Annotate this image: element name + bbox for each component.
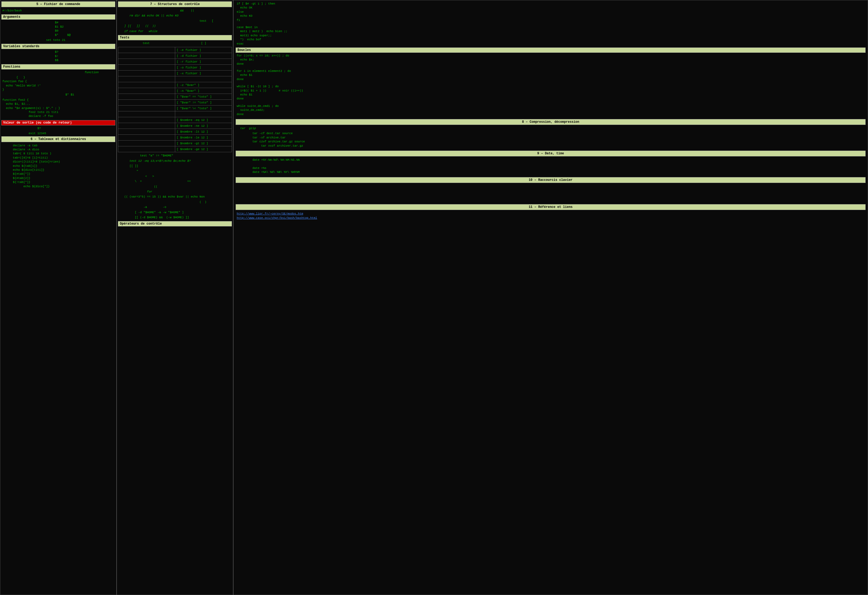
tableaux-header: 6 – Tableaux et dictionnaires (1, 136, 115, 142)
paren-space: ( ) (118, 200, 232, 205)
table-row: [ $nombre -lt 12 ] (118, 129, 232, 135)
if-case-for: if case for while (118, 29, 232, 34)
tests-table: [ -e fichier ] [ -d fichier ] [ -r fichi… (118, 47, 232, 152)
operateurs-header: Opérateurs de contrôle (118, 221, 232, 226)
table-row: [ $nombre -eq 12 ] (118, 117, 232, 123)
table-row: [ $nombre -le 12 ] (118, 135, 232, 141)
quote-text: " (118, 169, 232, 174)
if-code: if [ $# -gt 1 ] ; then echo OK else echo… (236, 1, 866, 23)
date-header: 9 – Date, time (236, 151, 866, 157)
table-row: [ -z "$var" ] (118, 82, 232, 88)
minus-ao: -a -o (118, 205, 232, 210)
rm-dir: rm dir && echo OK || echo KO (118, 13, 232, 18)
dbl-parens: (( (118, 184, 232, 189)
backslash-eq: \ = == (118, 179, 232, 184)
table-row: [ "$var" != "toto" ] (118, 100, 232, 105)
link2[interactable]: http://www.case.oci/chpr/bsi/bash/bashto… (237, 216, 865, 219)
function-keyword: function (1, 70, 115, 75)
links-block: http://www.lipr.fr/~cerny/SE/modos.htm h… (236, 211, 866, 221)
test-after: test "a" != "$HOME" (118, 153, 232, 158)
table-row: [ -r fichier ] (118, 59, 232, 65)
table-row: [ "$var" == "toto" ] (118, 94, 232, 100)
bracket-label: [ ] (176, 41, 232, 46)
valeur-code: $? (1, 126, 115, 131)
valeur-header: Valeur de sortie (ou code de retour) (1, 120, 115, 126)
raccourcis-header: 10 – Raccourcis clavier (236, 177, 866, 183)
dollar-star: $* $1 (1, 92, 115, 97)
col2-header: 7 – Structures de contrôle (118, 1, 232, 7)
boucles-header: Boucles (236, 47, 866, 53)
function-code: { } function foo { echo 'Hello World !' … (1, 75, 115, 93)
table-row (118, 111, 232, 117)
tableaux-code: declare -a tab declare -A dico tab=( 8 t… (1, 143, 115, 189)
case-code: case $mot in mot1 | mot2 ) echo bien ;; … (236, 25, 866, 46)
shebang: #!/bin/bash (1, 8, 115, 13)
and-or: && || (118, 8, 232, 13)
table-row: [ $nombre -ge 12 ] (118, 147, 232, 152)
args-code: $# $1 $2 $0 $* $@ (1, 20, 115, 38)
tar-gzip: tar gzip (236, 126, 866, 131)
table-row: [ -o fichier ] (118, 65, 232, 71)
column-3: if [ $# -gt 1 ] ; then echo OK else echo… (233, 0, 868, 595)
file-test: [ -d "$HOME" -a -w "$HOME" ] (118, 210, 232, 215)
set-toto: set toto 21 (1, 38, 115, 43)
link1[interactable]: http://www.lipr.fr/~cerny/SE/modos.htm (237, 212, 865, 215)
for-text: for (118, 189, 232, 194)
column-2: 7 – Structures de contrôle && || rm dir … (117, 0, 233, 595)
reference-header: 11 – Référence et liens (236, 204, 866, 210)
while2-code: while suite_de_cmd1 ; do suite_de_cmd2; … (236, 104, 866, 117)
test-label: test (118, 41, 174, 46)
brackets: ] [{ ]] (( )) (118, 24, 232, 29)
date-code: date +%Y-%m-%d\ %H:%M:%S.%N date +%s dat… (236, 157, 866, 175)
dbl-brackets: [[ ]] (118, 164, 232, 169)
exit-code: exit 12345 (1, 131, 115, 136)
vars-code: $? $! $$ (1, 50, 115, 63)
for-code: for ((x=0; x <= 10; x++)) ; do echo $x; … (236, 53, 866, 67)
table-row: [ -e fichier ] (118, 47, 232, 53)
column-1: 5 – Fichier de commande #!/bin/bash Argu… (0, 0, 117, 595)
vars-header: Variables standards (1, 44, 115, 49)
fonctions-header: Fonctions (1, 64, 115, 70)
while-code: while [ $i -lt 10 ] ; do i=$(( $i + 1 ))… (236, 84, 866, 102)
test-bracket: test [ (118, 19, 232, 24)
table-row: [ $nombre -gt 12 ] (118, 141, 232, 147)
tests-header: Tests (118, 35, 232, 40)
table-row (118, 76, 232, 82)
dbl-bracket-test: [[ (-d $HOME) && (-w $HOME) ]] (118, 215, 232, 220)
for-in-code: for i in element1 element2 ; do echo $i … (236, 69, 866, 82)
table-row: [ -n "$var" ] (118, 88, 232, 94)
compression-header: 8 – Compression, décompression (236, 119, 866, 125)
less-greater: < > (118, 174, 232, 179)
col1-header: 5 – Fichier de commande (1, 1, 115, 7)
function2-code: function foo2 { echo $1, $2... echo "$# … (1, 98, 115, 119)
args-header: Arguments (1, 14, 115, 19)
test-row-headers: test [ ] (118, 41, 232, 46)
test12: test 12 -eq 13;x=$?;echo $x;echo $? (118, 158, 232, 164)
table-row: [ "$var" \< "toto" ] (118, 105, 232, 111)
table-row: [ -d fichier ] (118, 53, 232, 59)
table-row: [ -x fichier ] (118, 71, 232, 76)
table-row: [ $nombre -ne 12 ] (118, 123, 232, 129)
complex-test: (( (var=3*5) == 15 )) && echo $var || ec… (118, 194, 232, 200)
tar-code: tar -cf dest.tar source tar -xf archive.… (236, 131, 866, 148)
